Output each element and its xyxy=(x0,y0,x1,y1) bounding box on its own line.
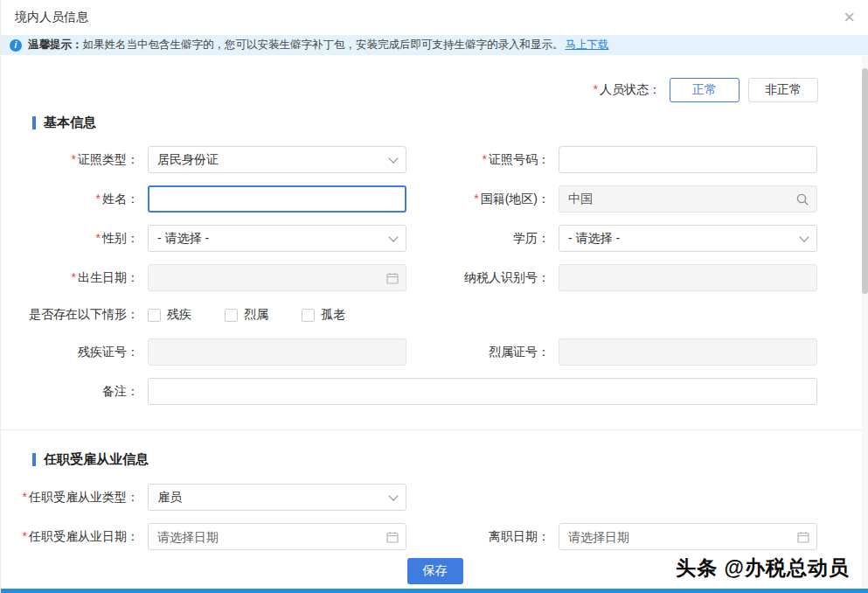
disability-no-label: 残疾证号： xyxy=(1,345,148,360)
required-star: * xyxy=(594,82,598,96)
notice-bar: i 温馨提示： 如果姓名当中包含生僻字的，您可以安装生僻字补丁包，安装完成后即可… xyxy=(1,35,868,55)
situation-label: 是否存在以下情形： xyxy=(1,307,148,323)
section-basic-info: 基本信息 xyxy=(32,115,868,131)
section-title-employment: 任职受雇从业信息 xyxy=(44,451,149,468)
chevron-down-icon xyxy=(388,232,398,241)
notice-prefix: 温馨提示： xyxy=(28,38,83,52)
section-marker xyxy=(32,116,36,129)
gender-label: *性别： xyxy=(1,231,148,247)
section-divider xyxy=(1,429,868,430)
scrollbar-thumb[interactable] xyxy=(862,68,868,294)
chevron-down-icon xyxy=(388,153,398,163)
cert-no-input[interactable] xyxy=(568,153,808,167)
employ-date-input[interactable] xyxy=(157,530,397,544)
cert-type-label: *证照类型： xyxy=(1,152,148,168)
bottom-strip xyxy=(1,589,868,593)
dialog-titlebar: 境内人员信息 × xyxy=(1,0,868,35)
taxpayer-no-label: 纳税人识别号： xyxy=(410,270,559,286)
leave-date-label: 离职日期： xyxy=(410,529,559,545)
birthdate-field xyxy=(148,264,406,291)
education-label: 学历： xyxy=(410,231,559,247)
notice-text: 如果姓名当中包含生僻字的，您可以安装生僻字补丁包，安装完成后即可支持生僻字的录入… xyxy=(83,38,564,52)
section-employment-info: 任职受雇从业信息 xyxy=(32,451,868,468)
checkbox-icon[interactable] xyxy=(148,309,161,322)
section-marker xyxy=(32,453,36,466)
personnel-info-dialog: 境内人员信息 × i 温馨提示： 如果姓名当中包含生僻字的，您可以安装生僻字补丁… xyxy=(0,0,868,593)
cert-no-label: *证照号码： xyxy=(410,152,559,168)
info-icon: i xyxy=(10,39,22,52)
section-title-basic: 基本信息 xyxy=(44,115,96,131)
form-row-employ-type: *任职受雇从业类型： 雇员 xyxy=(1,484,868,511)
download-link[interactable]: 马上下载 xyxy=(566,38,609,52)
gender-select[interactable]: - 请选择 - xyxy=(148,225,406,252)
search-icon[interactable] xyxy=(795,192,809,206)
nationality-label: *国籍(地区)： xyxy=(410,192,559,207)
cert-no-field xyxy=(559,146,817,173)
calendar-icon xyxy=(797,531,809,543)
form-row-gender: *性别： - 请选择 - 学历： - 请选择 - xyxy=(1,225,868,252)
remark-label: 备注： xyxy=(1,384,148,400)
gender-value: - 请选择 - xyxy=(157,231,209,247)
form-row-certs2: 残疾证号： 烈属证号： xyxy=(1,338,868,366)
birthdate-label: *出生日期： xyxy=(1,270,148,286)
form-row-employ-date: *任职受雇从业日期： 离职日期： xyxy=(1,523,868,550)
remark-input[interactable] xyxy=(157,385,808,399)
employ-date-field xyxy=(148,523,406,550)
employ-type-label: *任职受雇从业类型： xyxy=(1,490,148,506)
employ-type-select[interactable]: 雇员 xyxy=(148,484,406,511)
chevron-down-icon xyxy=(388,491,398,500)
situation-options: 残疾 烈属 孤老 xyxy=(148,303,821,326)
close-icon[interactable]: × xyxy=(844,8,855,27)
dialog-title: 境内人员信息 xyxy=(15,10,88,25)
watermark-text: 头条 @办税总动员 xyxy=(676,555,850,582)
form-row-birth: *出生日期： 纳税人识别号： xyxy=(1,264,868,291)
status-abnormal-button[interactable]: 非正常 xyxy=(748,78,818,102)
leave-date-field xyxy=(559,523,817,550)
name-field xyxy=(148,185,406,213)
martyr-no-field xyxy=(559,338,817,366)
cert-type-value: 居民身份证 xyxy=(157,152,219,168)
name-input[interactable] xyxy=(157,192,397,206)
form-row-name: *姓名： *国籍(地区)： 中国 xyxy=(1,185,868,213)
status-label: *人员状态： xyxy=(594,82,661,98)
nationality-field[interactable]: 中国 xyxy=(559,185,817,213)
taxpayer-no-field xyxy=(559,264,817,291)
name-label: *姓名： xyxy=(1,192,148,207)
nationality-value: 中国 xyxy=(568,192,593,207)
disability-no-field xyxy=(148,338,406,366)
martyr-no-label: 烈属证号： xyxy=(410,345,559,360)
checkbox-disability[interactable]: 残疾 xyxy=(148,307,191,323)
form-row-situation: 是否存在以下情形： 残疾 烈属 孤老 xyxy=(1,303,868,326)
chevron-down-icon xyxy=(799,232,809,241)
employ-type-value: 雇员 xyxy=(157,490,182,506)
checkbox-icon[interactable] xyxy=(225,309,238,322)
employ-date-label: *任职受雇从业日期： xyxy=(1,529,148,545)
save-button[interactable]: 保存 xyxy=(407,558,463,584)
status-row: *人员状态： 正常 非正常 xyxy=(1,78,818,102)
checkbox-elderly[interactable]: 孤老 xyxy=(302,307,345,323)
education-select[interactable]: - 请选择 - xyxy=(559,225,817,252)
leave-date-input[interactable] xyxy=(568,530,808,544)
calendar-icon xyxy=(386,531,399,543)
education-value: - 请选择 - xyxy=(568,231,620,247)
calendar-icon xyxy=(386,272,399,284)
cert-type-select[interactable]: 居民身份证 xyxy=(148,146,406,173)
form-row-cert: *证照类型： 居民身份证 *证照号码： xyxy=(1,146,868,173)
status-normal-button[interactable]: 正常 xyxy=(670,78,740,102)
checkbox-icon[interactable] xyxy=(302,309,315,322)
remark-field xyxy=(148,378,817,405)
checkbox-martyr[interactable]: 烈属 xyxy=(225,307,268,323)
form-row-remark: 备注： xyxy=(1,378,868,405)
